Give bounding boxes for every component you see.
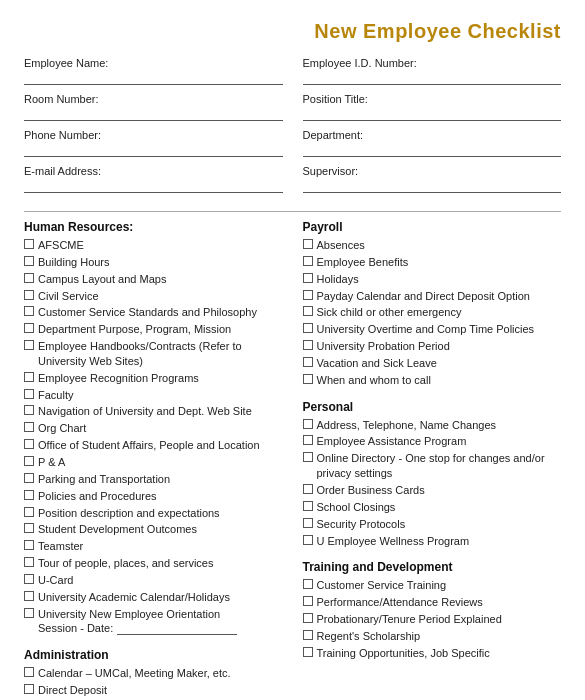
checkbox[interactable] bbox=[24, 405, 34, 415]
list-item: When and whom to call bbox=[303, 373, 562, 388]
supervisor-input[interactable] bbox=[303, 179, 562, 193]
position-title-field: Position Title: bbox=[303, 93, 562, 121]
checkbox[interactable] bbox=[24, 490, 34, 500]
checkbox[interactable] bbox=[303, 357, 313, 367]
room-number-field: Room Number: bbox=[24, 93, 283, 121]
department-field: Department: bbox=[303, 129, 562, 157]
checkbox[interactable] bbox=[303, 290, 313, 300]
checkbox[interactable] bbox=[303, 452, 313, 462]
room-number-label: Room Number: bbox=[24, 93, 283, 105]
section-human-resources: Human Resources: AFSCME Building Hours C… bbox=[24, 220, 283, 636]
list-item: Navigation of University and Dept. Web S… bbox=[24, 404, 283, 419]
checkbox[interactable] bbox=[303, 501, 313, 511]
checkbox[interactable] bbox=[303, 435, 313, 445]
checkbox[interactable] bbox=[24, 323, 34, 333]
checkbox[interactable] bbox=[303, 596, 313, 606]
checkbox[interactable] bbox=[24, 540, 34, 550]
list-item: Org Chart bbox=[24, 421, 283, 436]
checkbox[interactable] bbox=[24, 591, 34, 601]
list-item: Address, Telephone, Name Changes bbox=[303, 418, 562, 433]
page-title: New Employee Checklist bbox=[24, 20, 561, 43]
section-personal: Personal Address, Telephone, Name Change… bbox=[303, 400, 562, 549]
checkbox[interactable] bbox=[303, 306, 313, 316]
section-training-title: Training and Development bbox=[303, 560, 562, 574]
checkbox[interactable] bbox=[24, 523, 34, 533]
list-item: Customer Service Standards and Philosoph… bbox=[24, 305, 283, 320]
checkbox[interactable] bbox=[303, 256, 313, 266]
section-payroll-title: Payroll bbox=[303, 220, 562, 234]
right-column: Payroll Absences Employee Benefits Holid… bbox=[303, 220, 562, 700]
list-item: AFSCME bbox=[24, 238, 283, 253]
email-input[interactable] bbox=[24, 179, 283, 193]
section-admin-title: Administration bbox=[24, 648, 283, 662]
checkbox[interactable] bbox=[303, 239, 313, 249]
checkbox[interactable] bbox=[24, 239, 34, 249]
list-item: Holidays bbox=[303, 272, 562, 287]
checkbox[interactable] bbox=[303, 647, 313, 657]
supervisor-label: Supervisor: bbox=[303, 165, 562, 177]
email-field: E-mail Address: bbox=[24, 165, 283, 193]
checkbox[interactable] bbox=[24, 684, 34, 694]
list-item: University Academic Calendar/Holidays bbox=[24, 590, 283, 605]
checkbox[interactable] bbox=[24, 667, 34, 677]
list-item: U Employee Wellness Program bbox=[303, 534, 562, 549]
list-item: Absences bbox=[303, 238, 562, 253]
checkbox[interactable] bbox=[24, 473, 34, 483]
list-item: Security Protocols bbox=[303, 517, 562, 532]
section-payroll: Payroll Absences Employee Benefits Holid… bbox=[303, 220, 562, 388]
checkbox[interactable] bbox=[24, 306, 34, 316]
checkbox[interactable] bbox=[24, 389, 34, 399]
checkbox[interactable] bbox=[24, 574, 34, 584]
department-label: Department: bbox=[303, 129, 562, 141]
list-item: Order Business Cards bbox=[303, 483, 562, 498]
checkbox[interactable] bbox=[303, 273, 313, 283]
list-item: Customer Service Training bbox=[303, 578, 562, 593]
checkbox[interactable] bbox=[24, 256, 34, 266]
position-title-input[interactable] bbox=[303, 107, 562, 121]
checkbox[interactable] bbox=[303, 518, 313, 528]
checkbox[interactable] bbox=[303, 340, 313, 350]
list-item: Policies and Procedures bbox=[24, 489, 283, 504]
employee-name-label: Employee Name: bbox=[24, 57, 283, 69]
list-item: Teamster bbox=[24, 539, 283, 554]
list-item: Campus Layout and Maps bbox=[24, 272, 283, 287]
list-item: Direct Deposit bbox=[24, 683, 283, 698]
checkbox[interactable] bbox=[303, 535, 313, 545]
list-item: Employee Assistance Program bbox=[303, 434, 562, 449]
checkbox[interactable] bbox=[24, 340, 34, 350]
list-item: Calendar – UMCal, Meeting Maker, etc. bbox=[24, 666, 283, 681]
checkbox[interactable] bbox=[303, 484, 313, 494]
email-label: E-mail Address: bbox=[24, 165, 283, 177]
employee-name-input[interactable] bbox=[24, 71, 283, 85]
checkbox[interactable] bbox=[24, 372, 34, 382]
phone-number-input[interactable] bbox=[24, 143, 283, 157]
checkbox[interactable] bbox=[24, 557, 34, 567]
checklist-body: Human Resources: AFSCME Building Hours C… bbox=[24, 220, 561, 700]
list-item: Employee Benefits bbox=[303, 255, 562, 270]
list-item: Faculty bbox=[24, 388, 283, 403]
checkbox[interactable] bbox=[303, 419, 313, 429]
checkbox[interactable] bbox=[303, 613, 313, 623]
checkbox[interactable] bbox=[24, 422, 34, 432]
list-item: Department Purpose, Program, Mission bbox=[24, 322, 283, 337]
checkbox[interactable] bbox=[303, 323, 313, 333]
department-input[interactable] bbox=[303, 143, 562, 157]
employee-id-input[interactable] bbox=[303, 71, 562, 85]
list-item: Civil Service bbox=[24, 289, 283, 304]
list-item: Sick child or other emergency bbox=[303, 305, 562, 320]
checkbox[interactable] bbox=[303, 374, 313, 384]
checkbox[interactable] bbox=[303, 630, 313, 640]
list-item: Employee Handbooks/Contracts (Refer to U… bbox=[24, 339, 283, 369]
checkbox[interactable] bbox=[24, 290, 34, 300]
room-number-input[interactable] bbox=[24, 107, 283, 121]
checkbox[interactable] bbox=[303, 579, 313, 589]
checkbox[interactable] bbox=[24, 439, 34, 449]
left-column: Human Resources: AFSCME Building Hours C… bbox=[24, 220, 283, 700]
position-title-label: Position Title: bbox=[303, 93, 562, 105]
checkbox[interactable] bbox=[24, 507, 34, 517]
list-item: Training Opportunities, Job Specific bbox=[303, 646, 562, 661]
checkbox[interactable] bbox=[24, 273, 34, 283]
session-date-input[interactable] bbox=[117, 623, 237, 635]
checkbox[interactable] bbox=[24, 456, 34, 466]
checkbox[interactable] bbox=[24, 608, 34, 618]
